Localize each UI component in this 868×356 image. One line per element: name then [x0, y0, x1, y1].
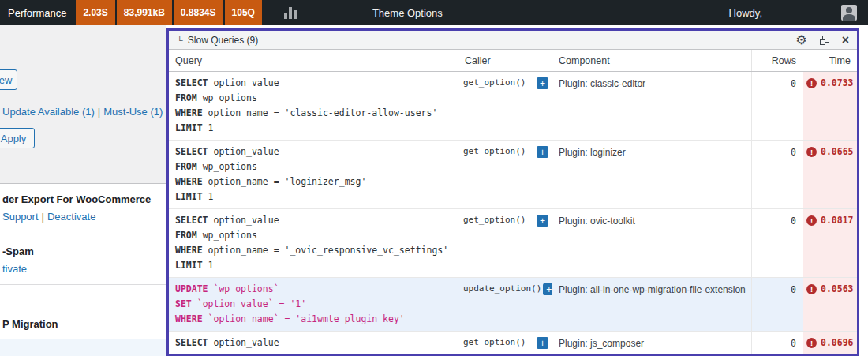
new-button[interactable]: ew [0, 69, 17, 90]
query-line: LIMIT 1 [175, 189, 451, 204]
query-line: UPDATE `wp_options` [175, 282, 451, 297]
qm-badge-page-time[interactable]: 2.03S [76, 0, 114, 25]
query-line: WHERE option_name = '_ovic_responsive_vc… [175, 243, 451, 258]
caller-function: get_option() [463, 146, 526, 156]
expand-caller-button[interactable]: + [537, 77, 548, 89]
popout-icon[interactable] [820, 36, 829, 45]
plugin-links: Support|Deactivate [2, 211, 95, 223]
caller-function: get_option() [463, 215, 526, 225]
column-header-caller: Caller [458, 50, 552, 71]
apply-button[interactable]: Apply [0, 128, 35, 148]
plugin-row: P Migration [0, 285, 166, 339]
query-cell: SELECT option_value [169, 332, 458, 354]
plugins-table: der Export For WooCommerce Support|Deact… [0, 183, 166, 356]
caller-function: get_option() [463, 77, 526, 88]
query-row: SELECT option_value FROM wp_options WHER… [169, 72, 857, 141]
caller-cell: get_option() + [458, 209, 552, 277]
avatar-head-icon [846, 7, 852, 13]
plugin-name: der Export For WooCommerce [2, 193, 151, 205]
component-cell: Plugin: js_composer [552, 332, 752, 354]
filter-update-available-link[interactable]: Update Available (1) [2, 106, 95, 118]
plugin-row: der Export For WooCommerce Support|Deact… [0, 184, 166, 234]
rows-cell: 0 [752, 278, 803, 331]
deactivate-link[interactable]: Deactivate [47, 211, 95, 223]
screen: Performance 2.03S 83,991kB 0.8834S 105Q … [0, 0, 868, 356]
plugin-links: tivate [2, 263, 27, 275]
time-cell: ! 0.0665 [803, 141, 859, 208]
expand-caller-button[interactable]: + [537, 146, 548, 158]
qm-badge-memory[interactable]: 83,991kB [117, 0, 172, 25]
expand-caller-button[interactable]: + [543, 283, 552, 295]
query-monitor-panel: └ Slow Queries (9) ⚙ × Query Caller Comp… [166, 28, 859, 356]
time-value: 0.0665 [821, 146, 854, 157]
panel-title: Slow Queries (9) [188, 35, 258, 46]
query-cell: UPDATE `wp_options` SET `option_value` =… [169, 278, 458, 331]
avatar-body-icon [843, 14, 855, 21]
admin-bar: Performance 2.03S 83,991kB 0.8834S 105Q … [0, 0, 868, 25]
time-value: 0.0696 [821, 337, 854, 348]
query-line: SET `option_value` = '1' [175, 297, 451, 312]
warning-icon: ! [806, 338, 817, 348]
column-header-query: Query [169, 50, 458, 71]
query-line: FROM wp_options [175, 91, 451, 106]
panel-header-icons: ⚙ × [795, 34, 849, 47]
admin-bar-howdy[interactable]: Howdy, [729, 7, 762, 19]
plugin-name: -Spam [2, 245, 34, 257]
admin-bar-performance[interactable]: Performance [0, 7, 76, 19]
plugins-page-background: ew Update Available (1)|Must-Use (1) App… [0, 25, 166, 356]
query-line: SELECT option_value [175, 335, 451, 350]
qm-badge-db-time[interactable]: 0.8834S [174, 0, 223, 25]
rows-cell: 0 [752, 72, 803, 140]
warning-icon: ! [806, 215, 817, 226]
panel-header: └ Slow Queries (9) ⚙ × [169, 31, 857, 50]
caller-function: update_option() [463, 283, 541, 294]
user-avatar[interactable] [841, 5, 857, 21]
query-line: LIMIT 1 [175, 121, 451, 136]
expand-caller-button[interactable]: + [537, 215, 548, 227]
query-line: SELECT option_value [175, 213, 451, 228]
link-separator: | [39, 211, 47, 223]
caller-function: get_option() [463, 337, 526, 347]
query-line: FROM wp_options [175, 228, 451, 243]
query-cell: SELECT option_value FROM wp_options WHER… [169, 141, 458, 208]
query-row: SELECT option_value FROM wp_options WHER… [169, 141, 857, 209]
column-header-time: Time [803, 50, 857, 71]
caller-cell: update_option() + [458, 278, 552, 331]
activate-link[interactable]: tivate [2, 263, 27, 275]
query-row-highlighted: UPDATE `wp_options` SET `option_value` =… [169, 278, 857, 332]
filter-separator: | [95, 106, 103, 118]
time-cell: ! 0.0696 [803, 332, 859, 354]
table-header: Query Caller Component Rows Time [169, 50, 857, 72]
time-value: 0.0563 [821, 283, 854, 294]
caller-cell: get_option() + [458, 332, 552, 354]
component-cell: Plugin: classic-editor [552, 72, 752, 140]
gear-icon[interactable]: ⚙ [795, 34, 806, 47]
query-line: WHERE `option_name` = 'ai1wmte_plugin_ke… [175, 312, 451, 327]
time-value: 0.0817 [821, 215, 854, 226]
query-line: SELECT option_value [175, 144, 451, 159]
query-line: SELECT option_value [175, 76, 451, 91]
expand-caller-button[interactable]: + [537, 337, 548, 349]
query-row: SELECT option_value FROM wp_options WHER… [169, 209, 857, 278]
rows-cell: 0 [752, 209, 803, 277]
caller-cell: get_option() + [458, 72, 552, 140]
rows-cell: 0 [752, 332, 803, 354]
query-row: SELECT option_value get_option() + Plugi… [169, 332, 857, 355]
warning-icon: ! [806, 78, 817, 88]
query-line: LIMIT 1 [175, 258, 451, 273]
query-line: WHERE option_name = 'classic-editor-allo… [175, 106, 451, 121]
time-cell: ! 0.0733 [803, 72, 859, 140]
column-header-rows: Rows [752, 50, 803, 71]
corner-icon: └ [177, 36, 183, 45]
qm-badge-query-count[interactable]: 105Q [225, 0, 262, 25]
query-line: WHERE option_name = 'loginizer_msg' [175, 174, 451, 189]
admin-bar-theme-options[interactable]: Theme Options [372, 7, 443, 19]
warning-icon: ! [806, 147, 817, 157]
rows-cell: 0 [752, 141, 803, 208]
bar-chart-icon[interactable] [284, 7, 297, 19]
close-icon[interactable]: × [842, 34, 849, 47]
time-value: 0.0733 [821, 77, 854, 88]
filter-must-use-link[interactable]: Must-Use (1) [103, 106, 163, 118]
component-cell: Plugin: all-in-one-wp-migration-file-ext… [552, 278, 752, 331]
support-link[interactable]: Support [2, 211, 39, 223]
